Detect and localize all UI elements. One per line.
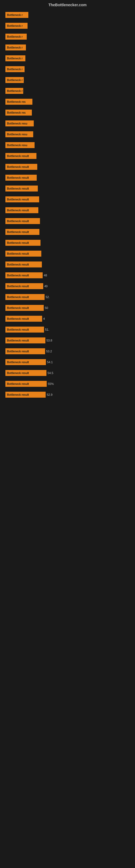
bar-label: Bottleneck result <box>6 361 29 364</box>
bar-row: Bottleneck result <box>5 185 130 192</box>
bar-label: Bottleneck r <box>6 79 23 82</box>
bar-row: Bottleneck result4 <box>5 315 130 322</box>
bar-row: Bottleneck result55% <box>5 380 130 388</box>
bar: Bottleneck result <box>5 218 40 224</box>
bar: Bottleneck result <box>5 294 45 300</box>
bar: Bottleneck result <box>5 337 45 343</box>
bar-row: Bottleneck res <box>5 98 130 105</box>
bar-row: Bottleneck result48 <box>5 272 130 279</box>
bar-row: Bottleneck result <box>5 239 130 247</box>
bar-row: Bottleneck result52.9 <box>5 391 130 399</box>
bar-label: Bottleneck result <box>6 220 29 223</box>
bar-label: Bottleneck resu <box>6 133 27 136</box>
bar-label: Bottleneck res <box>6 100 26 103</box>
bar-row: Bottleneck res <box>5 109 130 116</box>
bar-row: Bottleneck result <box>5 207 130 214</box>
bar-label: Bottleneck result <box>6 285 29 288</box>
bar-value: 48 <box>44 274 47 277</box>
bar-row: Bottleneck result <box>5 250 130 257</box>
chart-container: Bottleneck rBottleneck rBottleneck rBott… <box>0 8 135 404</box>
bar-value: 54.5 <box>48 371 53 375</box>
bar-label: Bottleneck result <box>6 382 29 385</box>
bar: Bottleneck r <box>5 77 24 83</box>
bar-label: Bottleneck result <box>6 198 29 201</box>
bar: Bottleneck r <box>5 55 26 61</box>
bar-label: Bottleneck result <box>6 187 29 190</box>
bar-row: Bottleneck r <box>5 22 130 30</box>
bar-row: Bottleneck r <box>5 55 130 62</box>
bar: Bottleneck r <box>5 12 28 18</box>
bar: Bottleneck result <box>5 272 43 278</box>
bar-row: Bottleneck result <box>5 163 130 170</box>
bar-row: Bottleneck r <box>5 76 130 84</box>
bar: Bottleneck result <box>5 240 41 246</box>
bar: Bottleneck result <box>5 392 46 398</box>
bar-label: Bottleneck result <box>6 263 29 266</box>
bar-value: 49 <box>44 284 48 288</box>
bar: Bottleneck result <box>5 316 42 322</box>
bar-row: Bottleneck result53.2 <box>5 347 130 355</box>
bar-row: Bottleneck result <box>5 152 130 160</box>
bar: Bottleneck result <box>5 251 41 257</box>
bar: Bottleneck res <box>5 99 32 105</box>
bar-label: Bottleneck result <box>6 393 29 396</box>
bar-row: Bottleneck resu <box>5 130 130 138</box>
bar-row: Bottleneck r <box>5 11 130 19</box>
bar: Bottleneck result <box>5 207 38 213</box>
bar-label: Bottleneck result <box>6 165 29 168</box>
bar-label: Bottleneck result <box>6 155 29 158</box>
bar-row: Bottleneck r <box>5 65 130 73</box>
bar: Bottleneck result <box>5 229 39 235</box>
bar: Bottleneck resu <box>5 142 35 148</box>
bar-label: Bottleneck r <box>6 46 23 49</box>
bar-row: Bottleneck resu <box>5 141 130 149</box>
bar-label: Bottleneck r <box>6 57 23 60</box>
bar-row: Bottleneck result <box>5 228 130 236</box>
bar: Bottleneck resu <box>5 120 34 126</box>
bar-value: 51. <box>45 328 49 331</box>
bar-row: Bottleneck result49 <box>5 282 130 290</box>
bar: Bottleneck result <box>5 153 37 159</box>
bar-label: Bottleneck result <box>6 230 29 234</box>
bar: Bottleneck r <box>5 34 27 40</box>
bar: Bottleneck result <box>5 305 44 311</box>
bar-value: 52.9 <box>47 393 52 396</box>
bar: Bottleneck result <box>5 175 37 181</box>
bar: Bottleneck result <box>5 348 45 354</box>
bar-value: 4 <box>43 317 45 320</box>
bar-value: 52. <box>46 296 50 299</box>
bar: Bottleneck r <box>5 44 26 51</box>
bar: Bottleneck result <box>5 186 38 191</box>
bar: Bottleneck result <box>5 327 44 333</box>
bar-label: Bottleneck resu <box>6 122 27 125</box>
bar-label: Bottleneck r <box>6 24 23 27</box>
bar-label: Bottleneck result <box>6 339 29 342</box>
bar: Bottleneck r <box>5 23 28 29</box>
bar: Bottleneck res <box>5 110 32 116</box>
bar-row: Bottleneck result <box>5 195 130 203</box>
bar-row: Bottleneck result54.1 <box>5 358 130 366</box>
bar-label: Bottleneck r <box>6 35 23 38</box>
bar-label: Bottleneck r <box>6 68 23 71</box>
bar: Bottleneck resu <box>5 131 33 137</box>
bar: Bottleneck result <box>5 370 46 376</box>
bar-value: 54.1 <box>47 361 53 364</box>
bar-row: Bottleneck result <box>5 217 130 225</box>
bar-row: Bottleneck r <box>5 44 130 51</box>
bar-label: Bottleneck result <box>6 307 29 310</box>
bar-label: Bottleneck result <box>6 328 29 331</box>
bar: Bottleneck result <box>5 283 43 289</box>
bar: Bottleneck r <box>5 88 23 94</box>
bar-value: 53.8 <box>46 339 52 342</box>
bar-label: Bottleneck result <box>6 296 29 299</box>
bar-row: Bottleneck r <box>5 87 130 95</box>
bar: Bottleneck result <box>5 164 37 170</box>
bar-value: 50 <box>45 306 48 310</box>
bar-row: Bottleneck resu <box>5 120 130 127</box>
bar: Bottleneck result <box>5 261 42 268</box>
bar-label: Bottleneck result <box>6 274 29 277</box>
bar-row: Bottleneck result52. <box>5 293 130 301</box>
bar-value: 55% <box>48 382 54 385</box>
bar-row: Bottleneck result51. <box>5 326 130 333</box>
bar-label: Bottleneck result <box>6 317 29 320</box>
